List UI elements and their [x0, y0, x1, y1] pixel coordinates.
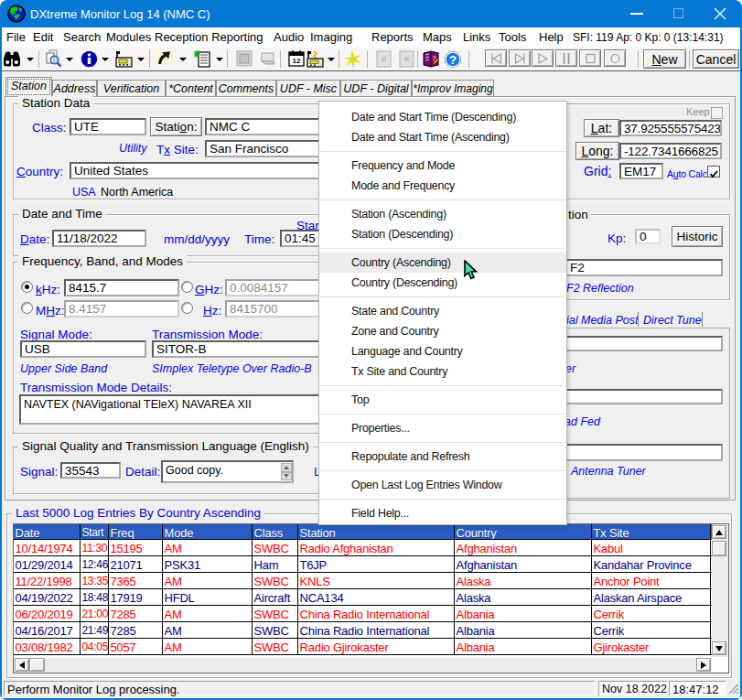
svg-text:12: 12: [293, 57, 301, 65]
svg-text:?: ?: [449, 53, 457, 67]
